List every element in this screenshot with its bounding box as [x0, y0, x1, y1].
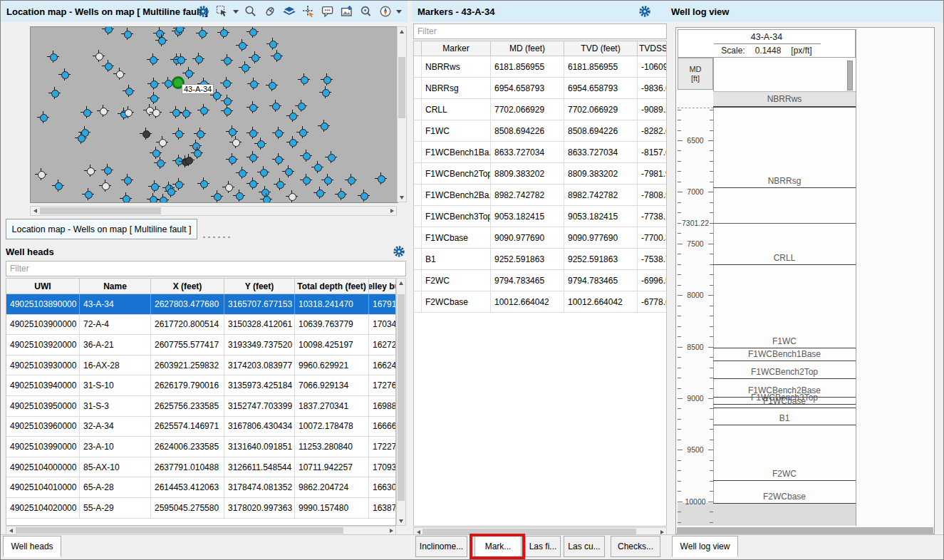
well-marker[interactable]	[321, 174, 333, 186]
well-marker[interactable]	[229, 136, 242, 148]
well-marker[interactable]	[82, 188, 94, 200]
well-marker[interactable]	[35, 168, 47, 180]
well-marker[interactable]	[286, 190, 298, 202]
scroll-left-arrow-icon[interactable]	[31, 207, 39, 215]
column-header[interactable]: X (feet)	[151, 279, 224, 294]
well-marker[interactable]	[375, 172, 387, 185]
well-marker[interactable]	[180, 107, 192, 119]
well-marker[interactable]	[148, 180, 160, 192]
well-marker[interactable]	[266, 79, 278, 91]
well-marker[interactable]	[236, 39, 248, 51]
well-marker[interactable]	[150, 106, 162, 118]
tab-location-map[interactable]: Location map - Wells on map [ Multiline …	[6, 219, 197, 239]
well-marker[interactable]	[271, 50, 283, 62]
column-header[interactable]: Total depth (feet)	[295, 279, 369, 294]
well-marker[interactable]	[272, 153, 284, 165]
table-row[interactable]: F1WCBench3Top9053.1824159053.182415-7738…	[414, 206, 666, 227]
well-marker[interactable]	[48, 87, 61, 99]
well-marker[interactable]	[197, 177, 209, 190]
well-marker[interactable]	[101, 164, 113, 176]
tab-las-cu[interactable]: Las cu...	[564, 536, 605, 557]
map-vscroll-thumb[interactable]	[398, 57, 405, 118]
table-row[interactable]: CRLL7702.0669297702.066929-9089.271	[414, 99, 666, 120]
well-heads-hscroll-thumb[interactable]	[16, 527, 343, 534]
well-marker[interactable]	[282, 165, 294, 177]
well-marker[interactable]	[172, 128, 185, 140]
zoom-actual-icon[interactable]	[359, 4, 373, 19]
table-row[interactable]: F2WCbase10012.66404210012.664042-6778.67…	[414, 291, 666, 313]
pan-mouse-icon[interactable]	[263, 4, 277, 19]
well-marker[interactable]	[335, 188, 347, 200]
well-marker[interactable]	[286, 136, 299, 148]
well-marker[interactable]	[175, 53, 187, 66]
well-marker[interactable]	[319, 86, 331, 98]
well-marker[interactable]	[99, 180, 111, 192]
table-row[interactable]: 4902510389000043-A-342627803.47768031657…	[6, 294, 395, 315]
table-row[interactable]: 4902510395000031-S-32625756.233585315274…	[6, 396, 395, 417]
table-row[interactable]: 4902510400000085-AX-102637791.0104883126…	[6, 457, 395, 478]
table-row[interactable]: NBRRsg6954.6587936954.658793-9836.675	[414, 78, 666, 99]
well-marker[interactable]	[75, 132, 87, 144]
well-marker[interactable]	[102, 60, 114, 72]
select-region-icon[interactable]	[215, 4, 229, 19]
well-marker[interactable]	[97, 105, 109, 117]
column-header[interactable]: MD (feet)	[491, 41, 564, 56]
well-marker[interactable]	[269, 100, 281, 112]
table-row[interactable]: 4902510402000055-A-292595045.27558031780…	[6, 498, 395, 519]
well-marker[interactable]	[239, 61, 251, 73]
zoom-icon[interactable]	[244, 4, 258, 19]
well-marker[interactable]	[147, 92, 160, 104]
tab-well-heads[interactable]: Well heads	[3, 536, 61, 557]
well-marker[interactable]	[221, 54, 233, 66]
move-crosshair-icon[interactable]	[301, 4, 316, 19]
table-row[interactable]: 4902510394000031-S-102626179.79001631359…	[6, 375, 395, 396]
tab-las-fi[interactable]: Las fi...	[525, 536, 561, 557]
table-row[interactable]: 4902510390000072-A-42617720.800514315032…	[6, 315, 395, 336]
well-marker[interactable]	[121, 28, 133, 40]
well-marker[interactable]	[257, 166, 269, 178]
well-marker[interactable]	[147, 78, 160, 90]
well-marker[interactable]	[140, 128, 152, 140]
well-marker[interactable]	[311, 161, 323, 173]
well-marker[interactable]	[58, 68, 71, 81]
well-marker[interactable]	[182, 154, 194, 166]
well-marker[interactable]	[247, 26, 259, 38]
scroll-up-arrow-icon[interactable]	[398, 27, 406, 36]
well-marker[interactable]	[192, 53, 204, 65]
comments-icon[interactable]	[321, 4, 335, 19]
well-marker[interactable]	[47, 51, 59, 63]
well-marker[interactable]	[197, 104, 209, 116]
well-marker[interactable]	[298, 73, 310, 85]
well-marker[interactable]	[37, 111, 49, 123]
well-marker[interactable]	[155, 34, 167, 46]
well-marker[interactable]	[300, 174, 312, 186]
markers-filter-input[interactable]	[413, 24, 667, 39]
scale-value[interactable]: 0.1448	[755, 46, 782, 56]
table-row[interactable]: 4902510392000036-A-212607755.57741731933…	[6, 335, 395, 356]
table-row[interactable]: F1WCbase9090.9776909090.977690-7700.360	[414, 227, 666, 249]
well-marker[interactable]	[272, 127, 284, 139]
scroll-down-arrow-icon[interactable]	[397, 517, 405, 525]
well-marker[interactable]	[182, 67, 194, 79]
well-marker[interactable]	[165, 185, 177, 197]
well-marker[interactable]	[247, 78, 259, 90]
well-marker[interactable]	[221, 105, 233, 117]
map-vertical-scrollbar[interactable]	[397, 26, 407, 202]
column-header[interactable]: UWI	[6, 279, 80, 294]
well-marker[interactable]	[173, 26, 185, 34]
well-marker[interactable]	[122, 106, 134, 118]
column-header[interactable]: Y (feet)	[224, 279, 295, 294]
well-marker[interactable]	[233, 190, 245, 202]
well-heads-settings-gear-icon[interactable]	[392, 244, 406, 259]
well-marker[interactable]	[254, 138, 266, 150]
well-marker[interactable]	[120, 192, 132, 203]
well-marker[interactable]	[211, 190, 223, 202]
markers-hscroll-thumb[interactable]	[422, 529, 636, 534]
well-marker[interactable]	[196, 27, 208, 39]
table-row[interactable]: 4902510393000016-AX-282603921.2598323174…	[6, 356, 395, 376]
well-marker[interactable]	[247, 151, 259, 163]
map-horizontal-scrollbar[interactable]	[30, 206, 397, 216]
well-marker[interactable]	[325, 151, 337, 163]
log-track[interactable]	[713, 91, 856, 526]
well-marker[interactable]	[194, 128, 206, 140]
